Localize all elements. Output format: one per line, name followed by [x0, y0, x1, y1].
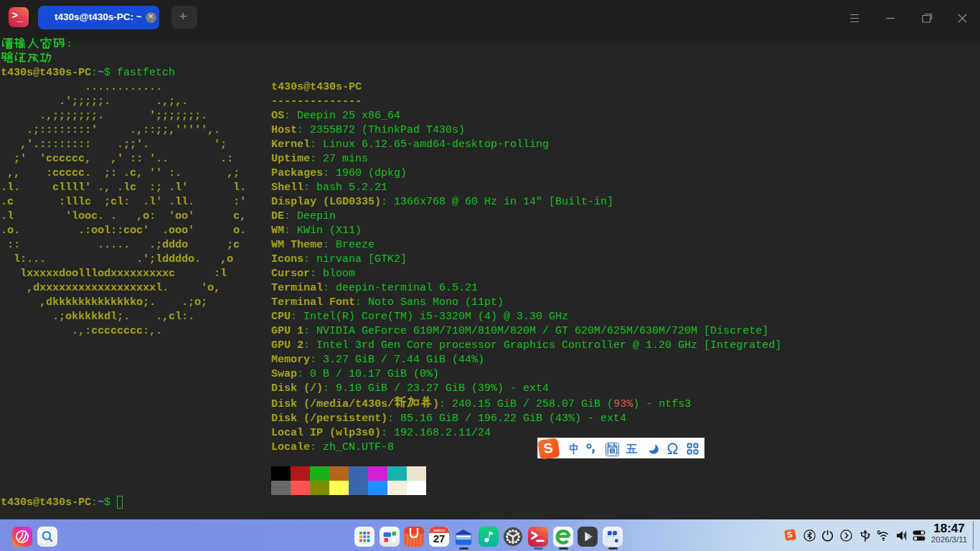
svg-text:MARCH: MARCH [433, 529, 445, 532]
